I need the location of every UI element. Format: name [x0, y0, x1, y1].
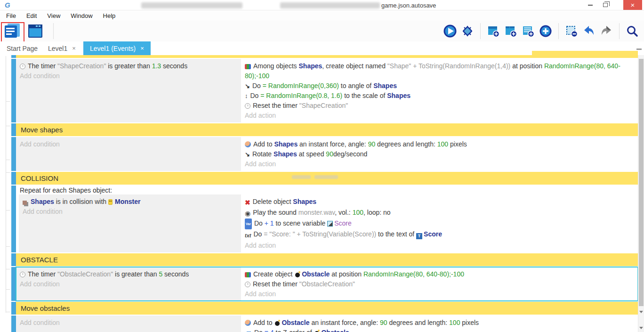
- text-segment: Monster: [115, 198, 140, 205]
- redo-button[interactable]: [599, 24, 613, 38]
- vertical-scrollbar[interactable]: [638, 55, 644, 332]
- event-condition-row[interactable]: Shapes is in collision with Monster: [23, 197, 237, 207]
- scroll-down-icon[interactable]: [638, 308, 644, 316]
- event-handle[interactable]: [11, 59, 16, 122]
- search-button[interactable]: [625, 24, 639, 38]
- actions-cell[interactable]: Add to Obstacle an instant force, angle:…: [241, 316, 638, 332]
- event-action-row[interactable]: ↕Do = RandomInRange(0.8, 1.6) to the sca…: [245, 91, 634, 101]
- event-group-header[interactable]: Move shapes: [16, 123, 638, 136]
- event-handle[interactable]: [11, 186, 16, 252]
- play-button[interactable]: [443, 24, 457, 38]
- repeat-event-label[interactable]: Repeat for each Shapes object:: [16, 186, 638, 194]
- event-handle[interactable]: [11, 137, 16, 171]
- scrollbar-thumb-secondary[interactable]: [639, 261, 644, 269]
- event-action-row[interactable]: ✖Delete object Shapes: [245, 197, 634, 208]
- event-action-row[interactable]: Reset the timer "ShapeCreation": [245, 101, 634, 111]
- actions-cell[interactable]: Add to Shapes an instant force, angle: 9…: [241, 137, 638, 171]
- event-group-header[interactable]: Move obstacles: [16, 302, 638, 315]
- text-segment: Add to: [253, 319, 274, 326]
- scene-window-dot: [36, 25, 38, 27]
- splitter-handle[interactable]: [636, 49, 642, 50]
- scene-window-dot: [39, 25, 40, 27]
- close-button[interactable]: ×: [623, 0, 642, 10]
- event-group-header[interactable]: OBSTACLE: [16, 253, 638, 266]
- conditions-cell[interactable]: The timer "ShapeCreation" is greater tha…: [16, 59, 241, 122]
- event-condition-row[interactable]: The timer "ObstacleCreation" is greater …: [20, 269, 237, 279]
- menu-view[interactable]: View: [42, 12, 65, 19]
- standard-event[interactable]: Add conditionAdd to Obstacle an instant …: [11, 316, 638, 332]
- debug-button[interactable]: [460, 24, 475, 38]
- event-handle[interactable]: [11, 253, 16, 266]
- add-action-link[interactable]: Add action: [245, 289, 634, 299]
- event-action-row[interactable]: Create object Obstacle at position Rando…: [245, 269, 634, 279]
- angle-icon: ↘: [245, 81, 250, 91]
- close-tab-icon[interactable]: ×: [72, 45, 76, 52]
- scene-editor-icon[interactable]: [27, 23, 45, 40]
- event-action-row[interactable]: txtDo = "Score: " + ToString(Variable(Sc…: [245, 229, 634, 241]
- text-segment: to the scale of: [342, 92, 387, 99]
- standard-event[interactable]: The timer "ObstacleCreation" is greater …: [11, 267, 638, 301]
- menu-help[interactable]: Help: [98, 12, 121, 19]
- add-comment-button[interactable]: [521, 24, 535, 38]
- event-condition-row[interactable]: The timer "ShapeCreation" is greater tha…: [20, 61, 237, 71]
- conditions-cell[interactable]: Shapes is in collision with MonsterAdd c…: [19, 194, 241, 252]
- event-action-row[interactable]: ◉Play the sound monster.wav, vol.: 100, …: [245, 208, 634, 219]
- add-event-button[interactable]: [486, 24, 500, 38]
- undo-button[interactable]: [582, 24, 596, 38]
- event-action-row[interactable]: ↘Do = RandomInRange(0,360) to angle of S…: [245, 81, 634, 91]
- text-segment: an instant force, angle:: [310, 319, 380, 326]
- scrollbar-thumb[interactable]: [639, 59, 644, 306]
- close-tab-icon[interactable]: ×: [140, 45, 144, 52]
- toolbar-separator: [558, 23, 559, 39]
- add-action-link[interactable]: Add action: [245, 241, 634, 251]
- add-condition-link[interactable]: Add condition: [20, 71, 237, 81]
- event-action-row[interactable]: ↘Rotate Shapes at speed 90deg/second: [245, 149, 634, 159]
- event-action-row[interactable]: Reset the timer "ObstacleCreation": [245, 279, 634, 289]
- tab-level1-events[interactable]: Level1 (Events) ×: [83, 41, 151, 55]
- conditions-cell[interactable]: The timer "ObstacleCreation" is greater …: [16, 267, 241, 301]
- actions-cell[interactable]: Among objects Shapes, create object name…: [241, 59, 638, 122]
- conditions-cell[interactable]: Add condition: [16, 316, 241, 332]
- minimize-button[interactable]: [584, 0, 597, 10]
- event-handle[interactable]: [11, 267, 16, 301]
- event-handle[interactable]: [11, 123, 16, 136]
- add-condition-link[interactable]: Add condition: [23, 207, 237, 217]
- add-condition-link[interactable]: Add condition: [20, 279, 237, 289]
- event-handle[interactable]: [11, 302, 16, 315]
- add-condition-link[interactable]: Add condition: [20, 318, 237, 328]
- tab-level1[interactable]: Level1 ×: [41, 41, 82, 55]
- delete-selection-button[interactable]: [564, 24, 579, 38]
- add-action-link[interactable]: Add action: [245, 159, 634, 169]
- actions-cell[interactable]: ✖Delete object Shapes◉Play the sound mon…: [241, 194, 638, 252]
- tab-start-page[interactable]: Start Page: [0, 41, 44, 55]
- menu-edit[interactable]: Edit: [21, 12, 42, 19]
- add-condition-link[interactable]: Add condition: [20, 139, 237, 149]
- title-bar: G game.json.autosave ×: [0, 0, 644, 10]
- event-action-row[interactable]: Add to Shapes an instant force, angle: 9…: [245, 139, 634, 149]
- text-segment: Shapes: [299, 62, 322, 70]
- event-handle[interactable]: [11, 172, 16, 185]
- restore-button[interactable]: [599, 0, 612, 10]
- events-sheet-icon[interactable]: [4, 23, 22, 40]
- menu-file[interactable]: File: [1, 12, 21, 19]
- event-action-row[interactable]: Add to Obstacle an instant force, angle:…: [245, 318, 634, 328]
- event-handle[interactable]: [11, 316, 16, 332]
- event-action-row[interactable]: VarDo + 1 to scene variable Score: [245, 219, 634, 229]
- add-action-link[interactable]: Add action: [245, 111, 634, 121]
- event-action-row[interactable]: Among objects Shapes, create object name…: [245, 61, 634, 81]
- text-segment: an instant force, angle:: [298, 140, 368, 148]
- add-subevent-button[interactable]: [504, 24, 518, 38]
- scroll-down-icon[interactable]: [638, 324, 644, 332]
- add-new-button[interactable]: [539, 24, 553, 38]
- conditions-cell[interactable]: Add condition: [16, 137, 241, 171]
- standard-event[interactable]: The timer "ShapeCreation" is greater tha…: [11, 59, 638, 122]
- event-handle[interactable]: [11, 55, 16, 58]
- text-segment: The timer: [28, 62, 57, 70]
- event-action-row[interactable]: Do = 4 to Z-order of Obstacle: [245, 328, 634, 332]
- standard-event[interactable]: Add conditionAdd to Shapes an instant fo…: [11, 137, 638, 171]
- text-segment: 90: [326, 150, 333, 158]
- repeat-event[interactable]: Repeat for each Shapes object:Shapes is …: [11, 186, 638, 252]
- text-segment: at speed: [297, 150, 326, 158]
- menu-window[interactable]: Window: [65, 12, 97, 19]
- actions-cell[interactable]: Create object Obstacle at position Rando…: [241, 267, 638, 301]
